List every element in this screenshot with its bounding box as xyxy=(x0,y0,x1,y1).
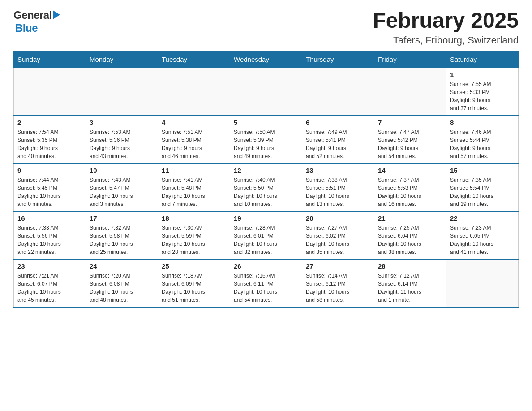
day-info: Sunrise: 7:20 AM Sunset: 6:08 PM Dayligh… xyxy=(90,272,154,304)
day-number: 18 xyxy=(162,214,226,222)
day-number: 25 xyxy=(162,262,226,270)
day-number: 26 xyxy=(234,262,298,270)
calendar-cell: 18Sunrise: 7:30 AM Sunset: 5:59 PM Dayli… xyxy=(158,211,230,259)
day-number: 20 xyxy=(306,214,370,222)
day-number: 27 xyxy=(306,262,370,270)
day-number: 12 xyxy=(234,167,298,174)
calendar-week-1: 2Sunrise: 7:54 AM Sunset: 5:35 PM Daylig… xyxy=(14,116,519,163)
header-monday: Monday xyxy=(86,51,158,68)
day-info: Sunrise: 7:53 AM Sunset: 5:36 PM Dayligh… xyxy=(90,128,154,160)
day-info: Sunrise: 7:46 AM Sunset: 5:44 PM Dayligh… xyxy=(450,128,515,160)
calendar-cell: 22Sunrise: 7:23 AM Sunset: 6:05 PM Dayli… xyxy=(446,211,519,259)
calendar-cell: 21Sunrise: 7:25 AM Sunset: 6:04 PM Dayli… xyxy=(374,211,446,259)
day-info: Sunrise: 7:50 AM Sunset: 5:39 PM Dayligh… xyxy=(234,128,298,160)
day-info: Sunrise: 7:25 AM Sunset: 6:04 PM Dayligh… xyxy=(378,224,442,256)
calendar-cell xyxy=(14,68,86,116)
day-info: Sunrise: 7:23 AM Sunset: 6:05 PM Dayligh… xyxy=(450,224,515,256)
day-number: 3 xyxy=(90,119,154,126)
day-number: 17 xyxy=(90,214,154,222)
calendar-cell: 19Sunrise: 7:28 AM Sunset: 6:01 PM Dayli… xyxy=(230,211,302,259)
calendar-cell: 2Sunrise: 7:54 AM Sunset: 5:35 PM Daylig… xyxy=(14,116,86,163)
calendar-cell: 9Sunrise: 7:44 AM Sunset: 5:45 PM Daylig… xyxy=(14,163,86,211)
header-friday: Friday xyxy=(374,51,446,68)
calendar-cell: 27Sunrise: 7:14 AM Sunset: 6:12 PM Dayli… xyxy=(302,259,374,307)
header-tuesday: Tuesday xyxy=(158,51,230,68)
day-number: 7 xyxy=(378,119,442,126)
day-number: 19 xyxy=(234,214,298,222)
day-info: Sunrise: 7:14 AM Sunset: 6:12 PM Dayligh… xyxy=(306,272,370,304)
day-info: Sunrise: 7:35 AM Sunset: 5:54 PM Dayligh… xyxy=(450,176,515,208)
calendar-cell: 15Sunrise: 7:35 AM Sunset: 5:54 PM Dayli… xyxy=(446,163,519,211)
day-number: 2 xyxy=(17,119,82,126)
day-info: Sunrise: 7:12 AM Sunset: 6:14 PM Dayligh… xyxy=(378,272,442,304)
calendar-cell: 23Sunrise: 7:21 AM Sunset: 6:07 PM Dayli… xyxy=(14,259,86,307)
header-wednesday: Wednesday xyxy=(230,51,302,68)
day-number: 10 xyxy=(90,167,154,174)
day-number: 22 xyxy=(450,214,515,222)
day-info: Sunrise: 7:43 AM Sunset: 5:47 PM Dayligh… xyxy=(90,176,154,208)
day-number: 5 xyxy=(234,119,298,126)
calendar-week-0: 1Sunrise: 7:55 AM Sunset: 5:33 PM Daylig… xyxy=(14,68,519,116)
calendar-cell: 13Sunrise: 7:38 AM Sunset: 5:51 PM Dayli… xyxy=(302,163,374,211)
calendar-cell: 25Sunrise: 7:18 AM Sunset: 6:09 PM Dayli… xyxy=(158,259,230,307)
logo-arrow-icon xyxy=(53,10,60,19)
page-header: General Blue February 2025 Tafers, Fribo… xyxy=(13,9,519,46)
calendar-cell: 12Sunrise: 7:40 AM Sunset: 5:50 PM Dayli… xyxy=(230,163,302,211)
calendar-cell xyxy=(86,68,158,116)
calendar-cell: 5Sunrise: 7:50 AM Sunset: 5:39 PM Daylig… xyxy=(230,116,302,163)
calendar-week-3: 16Sunrise: 7:33 AM Sunset: 5:56 PM Dayli… xyxy=(14,211,519,259)
day-number: 16 xyxy=(17,214,82,222)
header-sunday: Sunday xyxy=(14,51,86,68)
day-info: Sunrise: 7:21 AM Sunset: 6:07 PM Dayligh… xyxy=(17,272,82,304)
calendar-cell: 6Sunrise: 7:49 AM Sunset: 5:41 PM Daylig… xyxy=(302,116,374,163)
calendar-cell xyxy=(446,259,519,307)
day-info: Sunrise: 7:44 AM Sunset: 5:45 PM Dayligh… xyxy=(17,176,82,208)
day-info: Sunrise: 7:47 AM Sunset: 5:42 PM Dayligh… xyxy=(378,128,442,160)
header-thursday: Thursday xyxy=(302,51,374,68)
day-info: Sunrise: 7:33 AM Sunset: 5:56 PM Dayligh… xyxy=(17,224,82,256)
day-info: Sunrise: 7:30 AM Sunset: 5:59 PM Dayligh… xyxy=(162,224,226,256)
calendar-cell: 28Sunrise: 7:12 AM Sunset: 6:14 PM Dayli… xyxy=(374,259,446,307)
day-info: Sunrise: 7:55 AM Sunset: 5:33 PM Dayligh… xyxy=(450,80,515,112)
calendar-week-4: 23Sunrise: 7:21 AM Sunset: 6:07 PM Dayli… xyxy=(14,259,519,307)
logo-general-text: General xyxy=(13,9,52,22)
day-number: 4 xyxy=(162,119,226,126)
day-info: Sunrise: 7:27 AM Sunset: 6:02 PM Dayligh… xyxy=(306,224,370,256)
day-info: Sunrise: 7:32 AM Sunset: 5:58 PM Dayligh… xyxy=(90,224,154,256)
day-number: 9 xyxy=(17,167,82,174)
calendar-cell: 8Sunrise: 7:46 AM Sunset: 5:44 PM Daylig… xyxy=(446,116,519,163)
calendar-cell: 10Sunrise: 7:43 AM Sunset: 5:47 PM Dayli… xyxy=(86,163,158,211)
day-number: 13 xyxy=(306,167,370,174)
page-title: February 2025 xyxy=(373,9,519,33)
calendar-body: 1Sunrise: 7:55 AM Sunset: 5:33 PM Daylig… xyxy=(14,68,519,307)
calendar-cell: 20Sunrise: 7:27 AM Sunset: 6:02 PM Dayli… xyxy=(302,211,374,259)
day-number: 6 xyxy=(306,119,370,126)
header-saturday: Saturday xyxy=(446,51,519,68)
day-info: Sunrise: 7:16 AM Sunset: 6:11 PM Dayligh… xyxy=(234,272,298,304)
calendar-cell xyxy=(374,68,446,116)
day-info: Sunrise: 7:40 AM Sunset: 5:50 PM Dayligh… xyxy=(234,176,298,208)
header-row: Sunday Monday Tuesday Wednesday Thursday… xyxy=(14,51,519,68)
day-number: 8 xyxy=(450,119,515,126)
calendar-cell: 7Sunrise: 7:47 AM Sunset: 5:42 PM Daylig… xyxy=(374,116,446,163)
day-number: 21 xyxy=(378,214,442,222)
calendar-cell: 24Sunrise: 7:20 AM Sunset: 6:08 PM Dayli… xyxy=(86,259,158,307)
day-number: 24 xyxy=(90,262,154,270)
calendar-cell xyxy=(302,68,374,116)
calendar-cell: 26Sunrise: 7:16 AM Sunset: 6:11 PM Dayli… xyxy=(230,259,302,307)
title-section: February 2025 Tafers, Fribourg, Switzerl… xyxy=(373,9,519,46)
calendar-cell: 3Sunrise: 7:53 AM Sunset: 5:36 PM Daylig… xyxy=(86,116,158,163)
calendar-cell: 4Sunrise: 7:51 AM Sunset: 5:38 PM Daylig… xyxy=(158,116,230,163)
day-info: Sunrise: 7:18 AM Sunset: 6:09 PM Dayligh… xyxy=(162,272,226,304)
calendar-table: Sunday Monday Tuesday Wednesday Thursday… xyxy=(13,51,519,308)
logo: General Blue xyxy=(13,9,60,35)
day-info: Sunrise: 7:28 AM Sunset: 6:01 PM Dayligh… xyxy=(234,224,298,256)
logo-blue-text: Blue xyxy=(15,22,38,35)
day-number: 1 xyxy=(450,71,515,78)
calendar-cell: 16Sunrise: 7:33 AM Sunset: 5:56 PM Dayli… xyxy=(14,211,86,259)
calendar-cell: 11Sunrise: 7:41 AM Sunset: 5:48 PM Dayli… xyxy=(158,163,230,211)
day-info: Sunrise: 7:38 AM Sunset: 5:51 PM Dayligh… xyxy=(306,176,370,208)
day-number: 15 xyxy=(450,167,515,174)
day-info: Sunrise: 7:41 AM Sunset: 5:48 PM Dayligh… xyxy=(162,176,226,208)
day-number: 14 xyxy=(378,167,442,174)
